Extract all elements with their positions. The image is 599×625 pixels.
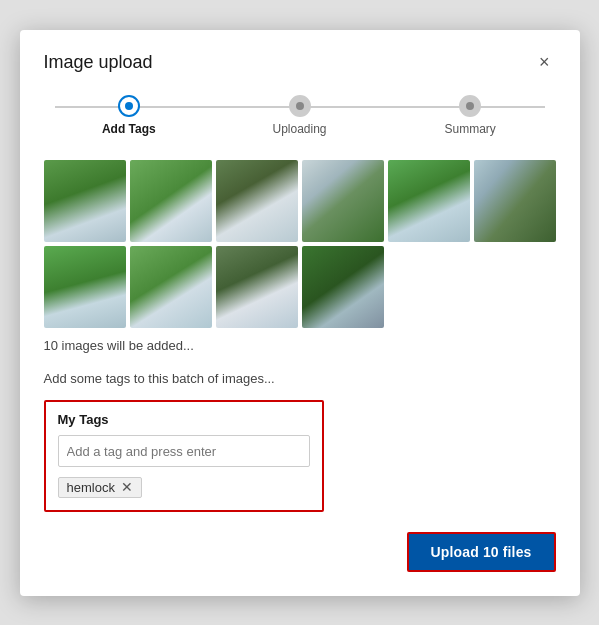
image-grid [44, 160, 556, 328]
thumbnail-3 [216, 160, 298, 242]
tag-input-wrapper[interactable] [58, 435, 310, 467]
stepper: Add Tags Uploading Summary [44, 95, 556, 136]
list-item [388, 160, 470, 242]
list-item [216, 246, 298, 328]
stepper-step-add-tags: Add Tags [44, 95, 215, 136]
thumbnail-9 [216, 246, 298, 328]
dialog-header: Image upload × [44, 50, 556, 75]
step-circle-uploading [289, 95, 311, 117]
thumbnail-10 [302, 246, 384, 328]
tag-input[interactable] [67, 444, 301, 459]
upload-button[interactable]: Upload 10 files [407, 532, 556, 572]
step-label-add-tags: Add Tags [102, 122, 156, 136]
tag-chips: hemlock ✕ [58, 477, 310, 498]
step-label-summary: Summary [445, 122, 496, 136]
tags-prompt: Add some tags to this batch of images... [44, 371, 556, 386]
thumbnail-4 [302, 160, 384, 242]
list-item [44, 160, 126, 242]
tag-chip-remove-button[interactable]: ✕ [121, 480, 133, 494]
thumbnail-8 [130, 246, 212, 328]
stepper-step-uploading: Uploading [214, 95, 385, 136]
thumbnail-2 [130, 160, 212, 242]
list-item [474, 160, 556, 242]
tags-section-title: My Tags [58, 412, 310, 427]
list-item [302, 246, 384, 328]
thumbnail-5 [388, 160, 470, 242]
dialog-title: Image upload [44, 52, 153, 73]
tag-chip-label: hemlock [67, 480, 115, 495]
list-item [44, 246, 126, 328]
list-item [130, 160, 212, 242]
thumbnail-1 [44, 160, 126, 242]
dialog-footer: Upload 10 files [44, 532, 556, 572]
tag-chip-hemlock: hemlock ✕ [58, 477, 142, 498]
step-label-uploading: Uploading [272, 122, 326, 136]
close-button[interactable]: × [533, 50, 556, 75]
list-item [216, 160, 298, 242]
thumbnail-6 [474, 160, 556, 242]
thumbnail-7 [44, 246, 126, 328]
list-item [302, 160, 384, 242]
tags-section: My Tags hemlock ✕ [44, 400, 324, 512]
step-circle-add-tags [118, 95, 140, 117]
step-circle-summary [459, 95, 481, 117]
image-upload-dialog: Image upload × Add Tags Uploading Summar… [20, 30, 580, 596]
stepper-step-summary: Summary [385, 95, 556, 136]
images-count-text: 10 images will be added... [44, 338, 556, 353]
list-item [130, 246, 212, 328]
